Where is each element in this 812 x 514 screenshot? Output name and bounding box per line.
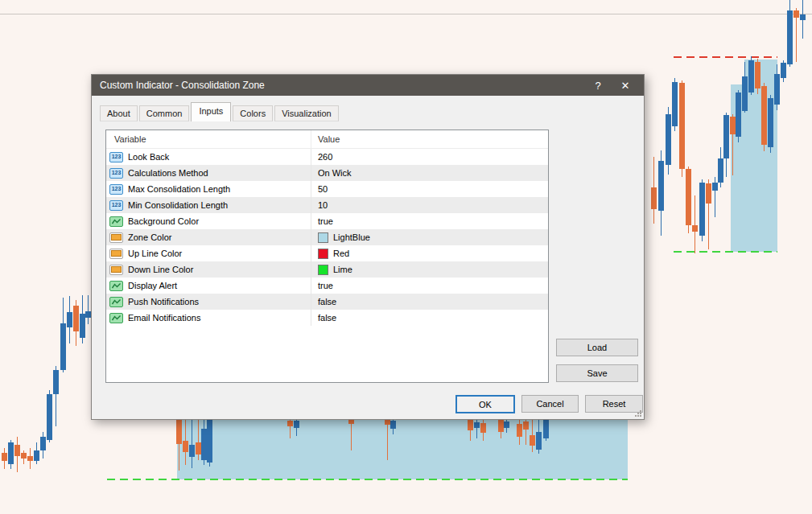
zone-boundary-line (674, 56, 777, 58)
candle-body (80, 314, 85, 338)
candle-body (536, 432, 542, 450)
candle-body (8, 442, 14, 464)
candle-body (207, 420, 212, 463)
boolean-type-icon (109, 281, 123, 291)
candle-body (498, 420, 504, 432)
tab-colors[interactable]: Colors (233, 105, 273, 121)
candle-body (666, 114, 671, 165)
variable-name: Calculations Method (128, 165, 208, 181)
candle-wick (88, 295, 89, 324)
candle-body (523, 421, 529, 430)
tab-about[interactable]: About (100, 105, 138, 121)
table-row[interactable]: 123Max Consolidation Length50 (106, 181, 548, 197)
value-cell[interactable]: 10 (311, 197, 548, 213)
candle-body (774, 74, 780, 105)
variable-name: Up Line Color (128, 245, 182, 261)
value-cell[interactable]: Red (311, 245, 548, 261)
candle-body (742, 76, 748, 111)
help-button[interactable]: ? (584, 75, 612, 96)
candle-body (385, 420, 390, 425)
candle-body (14, 445, 20, 456)
close-button[interactable]: ✕ (612, 75, 639, 96)
column-header-value[interactable]: Value (311, 130, 548, 148)
candle-body (34, 450, 39, 461)
value-cell[interactable]: false (311, 294, 548, 310)
color-type-icon (109, 232, 123, 243)
value-cell[interactable]: true (311, 278, 548, 294)
candle-body (712, 183, 718, 191)
value-cell[interactable]: 50 (311, 181, 548, 197)
candle-body (761, 86, 767, 145)
candle-body (201, 429, 207, 460)
candle-body (755, 62, 760, 88)
table-row[interactable]: Background Colortrue (106, 213, 548, 229)
color-type-icon (109, 249, 123, 259)
table-row[interactable]: Down Line ColorLime (106, 261, 548, 278)
variable-name: Down Line Color (128, 261, 193, 278)
numeric-type-icon: 123 (109, 184, 123, 195)
inputs-table: Variable Value 123Look Back260123Calcula… (105, 130, 549, 383)
tab-inputs[interactable]: Inputs (191, 102, 231, 121)
table-row[interactable]: Email Notificationsfalse (106, 310, 548, 326)
value-cell[interactable]: On Wick (311, 165, 548, 181)
value-cell[interactable]: 260 (311, 149, 548, 165)
candle-body (748, 60, 754, 93)
candle-body (67, 312, 72, 327)
candle-wick (351, 420, 352, 450)
color-type-icon (109, 265, 123, 275)
resize-grip-icon[interactable] (633, 409, 642, 417)
candle-body (543, 420, 549, 438)
candle-body (468, 420, 473, 430)
candle-body (504, 421, 509, 428)
candle-body (480, 423, 486, 433)
dialog-titlebar[interactable]: Custom Indicator - Consolidation Zone ? … (92, 75, 644, 96)
table-row[interactable]: Display Alerttrue (106, 278, 548, 294)
table-row[interactable]: 123Look Back260 (106, 149, 548, 165)
load-button[interactable]: Load (556, 339, 638, 356)
candle-body (73, 306, 79, 331)
candle-body (60, 323, 66, 370)
table-row[interactable]: 123Min Consolidation Length10 (106, 197, 548, 213)
color-swatch (318, 265, 328, 275)
candle-body (768, 98, 773, 147)
color-swatch (318, 232, 328, 243)
table-row[interactable]: Zone ColorLightBlue (106, 229, 548, 245)
color-swatch (318, 249, 328, 259)
ok-button[interactable]: OK (455, 395, 515, 413)
table-row[interactable]: Up Line ColorRed (106, 245, 548, 261)
candle-body (21, 453, 27, 458)
candle-body (183, 441, 188, 452)
candle-body (699, 183, 705, 236)
save-button[interactable]: Save (556, 364, 638, 382)
candle-body (800, 14, 806, 20)
consolidation-zone (177, 420, 628, 479)
param-table-body: 123Look Back260123Calculations MethodOn … (106, 149, 548, 326)
value-cell[interactable]: LightBlue (311, 229, 548, 245)
candle-body (196, 442, 201, 454)
candle-body (294, 421, 299, 428)
value-cell[interactable]: Lime (311, 261, 548, 278)
variable-name: Email Notifications (128, 310, 200, 326)
candle-body (40, 437, 46, 450)
candle-body (530, 435, 535, 446)
table-row[interactable]: Push Notificationsfalse (106, 294, 548, 310)
variable-name: Zone Color (128, 229, 171, 245)
table-header: Variable Value (106, 130, 548, 149)
table-row[interactable]: 123Calculations MethodOn Wick (106, 165, 548, 181)
candle-body (787, 10, 793, 64)
candle-body (679, 83, 685, 169)
tab-common[interactable]: Common (139, 105, 190, 121)
candle-body (723, 115, 729, 158)
candle-body (730, 117, 736, 134)
value-cell[interactable]: true (311, 213, 548, 229)
price-baseline (0, 14, 812, 14)
candle-wick (695, 195, 695, 253)
candle-body (189, 445, 195, 457)
candle-body (474, 422, 480, 428)
value-cell[interactable]: false (311, 310, 548, 326)
candle-body (2, 453, 7, 461)
numeric-type-icon: 123 (109, 168, 123, 179)
cancel-button[interactable]: Cancel (521, 395, 579, 413)
column-header-variable[interactable]: Variable (106, 130, 311, 148)
tab-visualization[interactable]: Visualization (274, 105, 339, 121)
